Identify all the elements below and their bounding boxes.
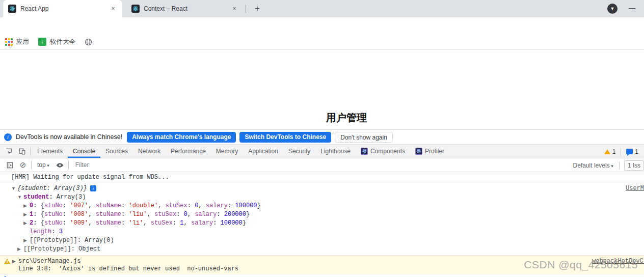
apps-shortcut[interactable]: 应用 [5, 38, 29, 46]
console-toolbar-right: Default levels 1 Iss [569, 158, 644, 172]
log-levels-dropdown[interactable]: Default levels [569, 162, 618, 169]
tab-react-app[interactable]: React App × [3, 0, 122, 17]
issues-counter[interactable]: 1 Iss [624, 160, 644, 171]
eye-icon[interactable] [53, 161, 67, 170]
expand-triangle-icon[interactable]: ▶ [23, 238, 30, 243]
collapse-triangle-icon[interactable]: ▼ [11, 186, 17, 191]
clear-console-icon[interactable]: ⊘ [16, 160, 30, 170]
expand-triangle-icon[interactable]: ▶ [23, 220, 30, 226]
tab-memory[interactable]: Memory [211, 145, 243, 158]
bookmark-folder-software[interactable]: ↓ 软件大全 [38, 38, 75, 46]
tab-close-icon[interactable]: × [109, 5, 117, 13]
new-tab-button[interactable]: + [251, 3, 264, 15]
warning-detail: Line 3:8: 'Axios' is defined but never u… [18, 265, 238, 272]
react-icon [361, 148, 368, 155]
browser-navbar: ← → ⟳ i localhost:3000 ✿ [0, 17, 644, 34]
console-prompt[interactable]: > [0, 274, 644, 277]
apps-label: 应用 [16, 38, 29, 46]
console-row-item-2[interactable]: ▶ 2: {stuNo: '009', stuName: 'li', stuSe… [0, 218, 644, 227]
apps-grid-icon [5, 38, 13, 46]
evaluated-info-icon[interactable]: i [90, 185, 96, 191]
messages-badge[interactable]: 1 [623, 148, 642, 155]
expand-triangle-icon[interactable]: ▶ [23, 212, 30, 217]
web-page-content: 用户管理 [0, 50, 644, 129]
source-link[interactable]: UserMa [626, 185, 644, 192]
console-row-length: length: 3 [0, 227, 644, 236]
match-language-button[interactable]: Always match Chrome's language [127, 132, 236, 143]
react-favicon-icon [131, 5, 140, 13]
info-icon: i [4, 133, 12, 141]
infobar-text: DevTools is now available in Chinese! [16, 133, 122, 141]
console-row-prototype-object[interactable]: ▶ [[Prototype]]: Object [0, 244, 644, 253]
inspect-element-icon[interactable] [2, 145, 15, 158]
warning-file: src\UserManage.js [18, 258, 81, 265]
prompt-chevron-icon: > [4, 275, 8, 277]
expand-triangle-icon[interactable]: ▶ [17, 246, 23, 252]
tab-console[interactable]: Console [68, 145, 100, 158]
warning-triangle-icon [4, 259, 10, 264]
devtools-tab-bar: Elements Console Sources Network Perform… [0, 145, 644, 158]
expand-triangle-icon[interactable]: ▶ [12, 259, 18, 264]
console-row-student[interactable]: ▼ student: Array(3) [0, 192, 644, 201]
dont-show-again-button[interactable]: Don't show again [335, 132, 393, 143]
console-object-group: ▼ {student: Array(3)} i UserMa ▼ student… [0, 182, 644, 256]
devtools-language-infobar: i DevTools is now available in Chinese! … [0, 130, 644, 145]
devtools-badges: 1 1 [601, 145, 642, 158]
tab-profiler[interactable]: Profiler [410, 145, 449, 158]
react-favicon-icon [8, 5, 16, 13]
warnings-badge[interactable]: 1 [601, 148, 620, 155]
console-row-item-0[interactable]: ▶ 0: {stuNo: '007', stuName: 'double', s… [0, 201, 644, 210]
download-caret-button[interactable]: ▼ [607, 4, 618, 14]
react-icon [415, 148, 422, 155]
window-minimize-button[interactable]: — [629, 4, 637, 12]
expand-triangle-icon[interactable]: ▶ [23, 203, 30, 208]
console-toolbar: ⊘ top Default levels 1 Iss [0, 158, 644, 172]
switch-to-chinese-button[interactable]: Switch DevTools to Chinese [239, 132, 331, 143]
toolbar-separator [30, 147, 31, 155]
download-bookmark-icon: ↓ [38, 38, 46, 46]
tab-security[interactable]: Security [283, 145, 315, 158]
tab-separator [246, 5, 246, 13]
message-icon [626, 149, 633, 154]
tab-title: React App [20, 5, 109, 12]
device-toolbar-icon[interactable] [15, 145, 29, 158]
warning-icon [604, 149, 610, 154]
globe-icon [85, 38, 92, 46]
tab-lighthouse[interactable]: Lighthouse [315, 145, 356, 158]
tab-sources[interactable]: Sources [100, 145, 133, 158]
collapse-triangle-icon[interactable]: ▼ [17, 195, 23, 200]
console-log-object-preview[interactable]: ▼ {student: Array(3)} i UserMa [0, 184, 644, 192]
tab-performance[interactable]: Performance [166, 145, 211, 158]
tab-title: Context – React [144, 5, 230, 12]
console-row-item-1[interactable]: ▶ 1: {stuNo: '008', stuName: 'liu', stuS… [0, 210, 644, 218]
bookmark-label: 软件大全 [50, 38, 75, 46]
tab-elements[interactable]: Elements [32, 145, 68, 158]
tab-application[interactable]: Application [243, 145, 283, 158]
tab-close-icon[interactable]: × [230, 5, 238, 13]
bookmarks-bar: 应用 ↓ 软件大全 [0, 34, 644, 50]
bookmark-globe[interactable] [85, 38, 92, 46]
tab-components[interactable]: Components [356, 145, 410, 158]
devtools-panel: i DevTools is now available in Chinese! … [0, 129, 644, 277]
browser-tab-strip: React App × Context – React × + ▼ — [0, 0, 644, 17]
console-row-prototype-array[interactable]: ▶ [[Prototype]]: Array(0) [0, 236, 644, 244]
csdn-watermark: CSDN @qq_42505615 [524, 259, 638, 271]
page-title: 用户管理 [326, 111, 367, 125]
tab-network[interactable]: Network [133, 145, 166, 158]
tab-context-react[interactable]: Context – React × [126, 0, 244, 17]
js-context-dropdown[interactable]: top [33, 161, 53, 169]
console-filter-input[interactable] [75, 161, 381, 169]
console-log-hmr: [HMR] Waiting for update signal from WDS… [0, 172, 644, 182]
console-sidebar-icon[interactable] [3, 161, 16, 169]
